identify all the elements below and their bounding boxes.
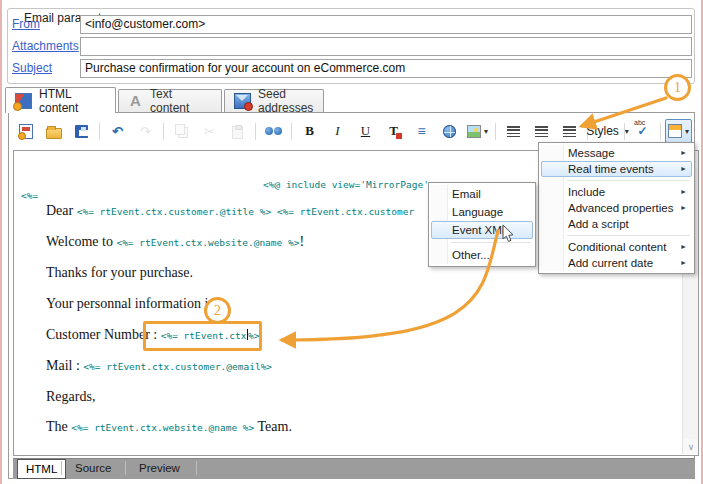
menu-item-event-xml[interactable]: Event XML — [431, 221, 533, 239]
align-center-button[interactable] — [528, 119, 555, 143]
menu-item-add-a-script[interactable]: Add a script — [541, 216, 692, 232]
chevron-down-icon: ▾ — [685, 127, 689, 136]
toolbar-separator — [660, 123, 661, 140]
field-input-subject[interactable]: Purchase confirmation for your account o… — [80, 59, 692, 78]
editor-line: <%@ include view='MirrorPage' %> — [263, 176, 446, 192]
menu-item-label: Email — [452, 188, 481, 200]
view-tab-separator — [196, 461, 197, 475]
open-folder-button[interactable] — [40, 119, 67, 143]
toolbar-label: Styles — [583, 124, 622, 138]
bold-icon: B — [301, 123, 318, 140]
menu-item-language[interactable]: Language — [431, 203, 533, 221]
menu-item-label: Message — [568, 147, 615, 159]
text-segment: ! — [299, 234, 304, 249]
align-right-button[interactable] — [556, 119, 583, 143]
menu-item-label: Conditional content — [568, 241, 666, 253]
field-input-attachments[interactable] — [80, 37, 692, 56]
find-button[interactable] — [260, 119, 287, 143]
toolbar-separator — [495, 123, 496, 140]
new-page-icon — [19, 124, 33, 139]
menu-item-advanced-properties[interactable]: Advanced properties► — [541, 200, 692, 216]
spellcheck-icon: ✓ — [634, 123, 651, 140]
view-tab-html[interactable]: HTML — [17, 459, 66, 479]
personalization-field-button[interactable]: ▾ — [665, 119, 692, 143]
field-label-attachments[interactable]: Attachments — [12, 39, 79, 53]
tab-label: Text content — [150, 87, 212, 115]
menu-item-label: Other... — [452, 249, 490, 261]
scroll-down-icon[interactable]: ∨ — [683, 439, 699, 454]
view-tab-source[interactable]: Source — [67, 460, 119, 477]
field-label-from[interactable]: From — [12, 17, 40, 31]
submenu-arrow-icon: ► — [680, 146, 687, 160]
italic-button[interactable]: I — [324, 119, 351, 143]
editor-line: Dear <%= rtEvent.ctx.customer.@title %> … — [46, 203, 414, 219]
tab-text-content[interactable]: AText content — [118, 89, 222, 112]
insert-image-icon — [467, 125, 481, 138]
code-segment: <%= rtEvent.ctx.customer.@title %> <%= r… — [77, 206, 414, 217]
insert-link-button[interactable] — [436, 119, 463, 143]
submenu-arrow-icon: ► — [680, 162, 687, 176]
spellcheck-button[interactable]: ✓ — [629, 119, 656, 143]
copy-button[interactable] — [168, 119, 195, 143]
new-page-button[interactable] — [12, 119, 39, 143]
email-editor-screen: Email parameters From<info@customer.com>… — [0, 0, 703, 484]
align-center-icon — [535, 126, 548, 137]
menu-item-label: Add current date — [568, 257, 653, 269]
save-button[interactable] — [68, 119, 95, 143]
menu-item-other-[interactable]: Other... — [431, 246, 533, 264]
align-right-icon — [563, 126, 576, 137]
editor-line: <%= — [21, 187, 38, 203]
editor-line: The <%= rtEvent.ctx.website.@name %> Tea… — [46, 419, 292, 435]
menu-separator — [451, 242, 531, 243]
view-tab-bar: HTMLSourcePreview — [13, 458, 695, 478]
redo-button[interactable]: ↷ — [132, 119, 159, 143]
annotation-highlight-rect — [143, 321, 262, 351]
align-left-icon — [507, 126, 520, 137]
submenu-arrow-icon: ► — [680, 185, 687, 199]
window-left-edge — [0, 0, 2, 484]
field-input-from[interactable]: <info@customer.com> — [80, 15, 692, 34]
text-segment: The — [46, 419, 71, 434]
code-segment: <%= — [21, 190, 38, 201]
tab-label: Seed addresses — [258, 87, 314, 115]
insert-image-button[interactable]: ▾ — [464, 119, 491, 143]
view-tab-separator — [125, 461, 126, 475]
submenu-arrow-icon: ► — [680, 201, 687, 215]
menu-separator — [567, 235, 690, 236]
underline-button[interactable]: U — [352, 119, 379, 143]
text-segment: Dear — [46, 203, 77, 218]
redo-icon: ↷ — [137, 123, 154, 140]
cut-button[interactable]: ✂ — [196, 119, 223, 143]
menu-item-add-current-date[interactable]: Add current date► — [541, 255, 692, 271]
menu-item-conditional-content[interactable]: Conditional content► — [541, 239, 692, 255]
toolbar-separator — [255, 123, 256, 140]
toolbar-separator — [291, 123, 292, 140]
align-left-button[interactable] — [500, 119, 527, 143]
tab-seed-addresses[interactable]: Seed addresses — [224, 89, 324, 112]
menu-item-include[interactable]: Include► — [541, 184, 692, 200]
code-segment: <%@ include view='MirrorPage' %> — [263, 179, 446, 190]
menu-item-label: Language — [452, 206, 503, 218]
bold-button[interactable]: B — [296, 119, 323, 143]
text-segment: Your personnal information is: — [46, 296, 218, 311]
text-color-button[interactable]: T — [380, 119, 407, 143]
editor-line: Thanks for your purchase. — [46, 265, 193, 281]
copy-icon — [178, 127, 188, 138]
toolbar-separator — [163, 123, 164, 140]
view-tab-preview[interactable]: Preview — [131, 460, 188, 477]
menu-item-email[interactable]: Email — [431, 185, 533, 203]
menu-item-real-time-events[interactable]: Real time events► — [541, 161, 692, 177]
envelope-icon — [234, 93, 251, 109]
menu-item-message[interactable]: Message► — [541, 145, 692, 161]
open-folder-icon — [46, 128, 62, 139]
tab-html-content[interactable]: HTML content — [5, 87, 116, 113]
paste-button[interactable] — [224, 119, 251, 143]
chevron-down-icon: ▾ — [484, 127, 488, 136]
bullet-list-button[interactable]: ≡ — [408, 119, 435, 143]
text-segment: Welcome to — [46, 234, 116, 249]
editor-line: Mail : <%= rtEvent.ctx.customer.@email%> — [46, 358, 272, 374]
field-label-subject[interactable]: Subject — [12, 61, 52, 75]
undo-button[interactable]: ↶ — [104, 119, 131, 143]
styles-dropdown[interactable]: Styles▾ — [592, 119, 620, 143]
find-icon — [265, 123, 282, 140]
